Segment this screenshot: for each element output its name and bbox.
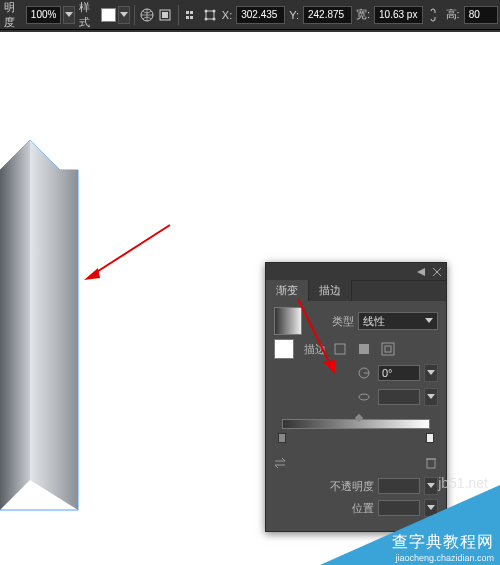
svg-marker-18 [84, 268, 100, 280]
height-field[interactable]: 80 [464, 6, 498, 24]
aspect-icon [354, 387, 374, 407]
reverse-gradient-icon[interactable] [274, 453, 288, 473]
globe-icon[interactable] [139, 5, 156, 25]
svg-rect-8 [190, 16, 193, 19]
canvas-top-edge [0, 30, 500, 32]
svg-line-17 [92, 225, 170, 275]
opacity-label: 明度 [2, 0, 24, 30]
angle-field[interactable]: 0° [378, 365, 420, 381]
gradient-stop-right[interactable] [426, 433, 434, 443]
svg-marker-19 [417, 268, 425, 276]
stroke-swatch[interactable] [274, 339, 294, 359]
style-dropdown[interactable] [118, 6, 130, 24]
canvas-area[interactable]: 渐变 描边 类型 线性 描边 [0, 30, 500, 565]
svg-marker-16 [30, 140, 78, 510]
panel-header[interactable] [266, 263, 446, 281]
pencil-shape[interactable] [0, 140, 90, 520]
svg-rect-5 [186, 11, 189, 14]
svg-marker-31 [427, 394, 435, 399]
gradient-slider[interactable] [274, 419, 438, 449]
svg-marker-22 [425, 318, 433, 323]
svg-rect-24 [359, 344, 369, 354]
svg-point-10 [204, 9, 207, 12]
stroke-mode-2-icon[interactable] [354, 339, 374, 359]
collapse-icon[interactable] [416, 267, 426, 277]
height-label: 高: [444, 7, 462, 22]
width-label: 宽: [354, 7, 372, 22]
watermark-brand: 查字典教程网 [392, 533, 494, 551]
svg-point-11 [212, 9, 215, 12]
gradient-stop-left[interactable] [278, 433, 286, 443]
svg-marker-1 [120, 12, 128, 17]
type-select[interactable]: 线性 [358, 312, 438, 330]
document-setup-icon[interactable] [157, 5, 174, 25]
style-label: 样式 [77, 0, 99, 30]
link-wh-icon[interactable] [425, 5, 442, 25]
opacity-dropdown[interactable] [63, 6, 75, 24]
svg-rect-7 [186, 16, 189, 19]
top-toolbar: 明度 100% 样式 X: 302.435 Y: 242.875 宽: 10.6… [0, 0, 500, 30]
delete-stop-icon[interactable] [424, 453, 438, 473]
svg-rect-9 [206, 11, 214, 19]
svg-point-13 [212, 17, 215, 20]
angle-icon [354, 363, 374, 383]
annotation-arrow-1 [80, 220, 175, 290]
width-field[interactable]: 10.63 px [374, 6, 423, 24]
svg-rect-25 [382, 343, 394, 355]
align-icon[interactable] [183, 5, 200, 25]
watermark-url: jiaocheng.chazidian.com [395, 553, 494, 563]
svg-rect-26 [385, 346, 391, 352]
style-swatch[interactable] [101, 8, 116, 22]
svg-point-30 [359, 394, 369, 400]
close-icon[interactable] [432, 267, 442, 277]
svg-rect-4 [162, 12, 168, 18]
toolbar-divider-2 [178, 5, 179, 25]
transform-icon[interactable] [201, 5, 218, 25]
aspect-dropdown[interactable] [424, 388, 438, 406]
svg-marker-37 [323, 360, 335, 374]
y-field[interactable]: 242.875 [303, 6, 352, 24]
watermark-badge: 查字典教程网 jiaocheng.chazidian.com [320, 485, 500, 565]
annotation-arrow-2 [293, 294, 343, 384]
angle-dropdown[interactable] [424, 364, 438, 382]
toolbar-divider [134, 5, 135, 25]
svg-line-36 [298, 299, 331, 366]
x-field[interactable]: 302.435 [236, 6, 285, 24]
svg-rect-32 [427, 459, 435, 468]
svg-marker-0 [65, 12, 73, 17]
opacity-field[interactable]: 100% [26, 6, 62, 24]
aspect-field[interactable] [378, 389, 420, 405]
svg-point-12 [204, 17, 207, 20]
svg-rect-6 [190, 11, 193, 14]
svg-marker-15 [0, 140, 30, 510]
svg-marker-29 [427, 370, 435, 375]
stroke-mode-3-icon[interactable] [378, 339, 398, 359]
y-label: Y: [287, 9, 301, 21]
x-label: X: [220, 9, 234, 21]
